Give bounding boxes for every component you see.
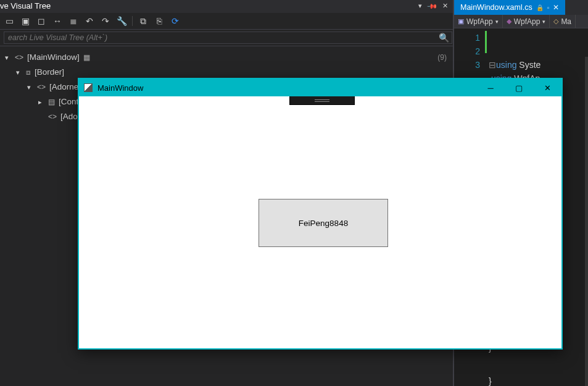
tb-copy-icon[interactable]: ⧉ xyxy=(138,15,149,27)
tb-refresh-icon[interactable]: ⟳ xyxy=(170,15,181,27)
expander-icon[interactable]: ▸ xyxy=(38,94,44,109)
toolbar-separator xyxy=(132,16,133,26)
expander-icon[interactable]: ▾ xyxy=(16,65,22,80)
navigation-bar: ▣ WpfApp ▾ ◆ WpfApp ▾ ◇ Ma xyxy=(454,15,588,28)
code-text: Syste xyxy=(516,60,540,70)
app-title-left: MainWindow xyxy=(84,83,143,93)
tb-tree-icon[interactable]: ≣ xyxy=(68,15,79,27)
pin-icon[interactable]: 📌 xyxy=(426,0,439,12)
nav-label: WpfApp xyxy=(466,17,493,26)
code-keyword: using xyxy=(496,60,516,70)
in-app-toolbar-handle[interactable] xyxy=(289,96,355,105)
element-type-icon: <> xyxy=(48,109,57,124)
scrollbar-track[interactable] xyxy=(585,57,588,386)
close-icon[interactable]: ✕ xyxy=(441,2,449,10)
nav-namespace-dropdown[interactable]: ◆ WpfApp ▾ xyxy=(503,15,550,28)
tb-selection-icon[interactable]: ▣ xyxy=(20,15,31,27)
lvt-toolbar: ▭ ▣ ◻ ↔ ≣ ↶ ↷ 🔧 ⧉ ⎘ ⟳ xyxy=(0,13,453,30)
window-control-buttons: ─ ▢ ✕ xyxy=(476,79,561,96)
panel-title-bar: ve Visual Tree ▾ 📌 ✕ xyxy=(0,0,453,13)
document-tab-label: MainWindow.xaml.cs xyxy=(460,3,532,12)
panel-title-buttons: ▾ 📌 ✕ xyxy=(416,2,449,10)
tree-item-mainwindow[interactable]: ▾ <> [MainWindow] ▦ (9) xyxy=(2,50,450,65)
method-icon: ◇ xyxy=(553,17,558,25)
line-number: 2 xyxy=(454,44,480,58)
nav-label: WpfApp xyxy=(514,17,540,26)
data-context-icon: ▦ xyxy=(83,50,90,65)
tree-item-label: [MainWindow] xyxy=(27,50,80,65)
tb-spacing-icon[interactable]: ↔ xyxy=(52,15,63,27)
element-type-icon: ▤ xyxy=(48,94,55,109)
app-title-bar[interactable]: MainWindow ─ ▢ ✕ xyxy=(79,79,561,96)
change-indicator xyxy=(485,31,487,53)
close-button[interactable]: ✕ xyxy=(533,79,561,96)
dropdown-icon[interactable]: ▾ xyxy=(416,2,424,10)
nav-label: Ma xyxy=(561,17,571,26)
app-title-text: MainWindow xyxy=(97,83,143,93)
outlining-icon[interactable]: ⊟ xyxy=(489,60,496,70)
tb-wrench-icon[interactable]: 🔧 xyxy=(116,15,127,27)
expander-icon[interactable]: ▾ xyxy=(5,50,11,65)
tb-prev-icon[interactable]: ↶ xyxy=(84,15,95,27)
minimize-button[interactable]: ─ xyxy=(476,79,505,96)
element-type-icon: <> xyxy=(37,80,46,94)
tb-next-icon[interactable]: ↷ xyxy=(100,15,111,27)
button-label: FeiPeng8848 xyxy=(299,219,348,228)
expander-icon[interactable]: ▾ xyxy=(27,80,33,94)
maximize-button[interactable]: ▢ xyxy=(505,79,533,96)
debug-app-window: MainWindow ─ ▢ ✕ FeiPeng8848 xyxy=(78,78,563,350)
child-count: (9) xyxy=(437,50,447,65)
app-client-area: FeiPeng8848 xyxy=(79,96,561,348)
tree-item-label: [Border] xyxy=(35,65,64,80)
tb-layout-guides-icon[interactable]: ▭ xyxy=(4,15,15,27)
document-tab-strip: MainWindow.xaml.cs 🔒 ▫ ✕ xyxy=(454,0,588,15)
chevron-down-icon: ▾ xyxy=(495,19,499,25)
close-icon[interactable]: ✕ xyxy=(553,3,559,12)
grip-icon xyxy=(315,99,329,102)
panel-title: ve Visual Tree xyxy=(0,1,51,10)
chevron-down-icon: ▾ xyxy=(542,19,545,25)
tb-focus-icon[interactable]: ◻ xyxy=(36,15,47,27)
namespace-icon: ◆ xyxy=(507,17,511,25)
search-input[interactable] xyxy=(4,31,452,44)
nav-member-dropdown[interactable]: ◇ Ma xyxy=(550,15,576,28)
element-type-icon: ⧈ xyxy=(26,65,31,80)
preview-icon[interactable]: ▫ xyxy=(547,4,550,11)
tb-open-icon[interactable]: ⎘ xyxy=(154,15,165,27)
app-icon xyxy=(84,83,93,92)
app-main-button[interactable]: FeiPeng8848 xyxy=(259,199,388,247)
element-type-icon: <> xyxy=(15,50,23,65)
line-number: 1 xyxy=(454,31,480,44)
project-icon: ▣ xyxy=(458,17,464,25)
pin-icon[interactable]: 🔒 xyxy=(536,4,544,11)
line-number: 3 xyxy=(454,58,480,72)
document-tab-active[interactable]: MainWindow.xaml.cs 🔒 ▫ ✕ xyxy=(454,0,565,15)
lvt-search-row: 🔍 xyxy=(0,30,453,46)
code-brace: } xyxy=(489,376,492,386)
nav-project-dropdown[interactable]: ▣ WpfApp ▾ xyxy=(454,15,503,28)
